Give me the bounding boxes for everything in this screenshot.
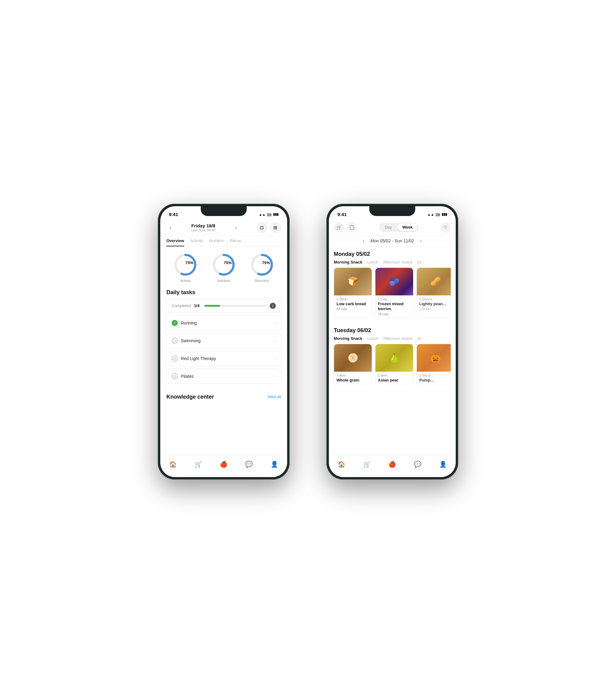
left-phone: 9:41 ▲▲ )))) ▮▮▮ ‹ Friday 18/8 Last Sync… bbox=[158, 204, 290, 480]
food-img-flatbread: 🫓 bbox=[334, 344, 372, 372]
next-day-button[interactable]: › bbox=[232, 223, 240, 232]
task-redlight-check bbox=[172, 355, 178, 361]
tuesday-tab-morning-snack[interactable]: Morning Snack bbox=[334, 336, 362, 341]
monday-tab-dinner[interactable]: Di… bbox=[417, 260, 425, 264]
info-icon[interactable]: i bbox=[270, 303, 276, 309]
prev-week-button[interactable]: ‹ bbox=[363, 238, 365, 243]
nav-chat-right[interactable]: 💬 bbox=[414, 461, 421, 468]
food-card-nuts-body: 1 Ounce Lightly pean… 175 ca… bbox=[417, 295, 451, 313]
right-phone: 9:41 ▲▲ )))) ▮▮▮ 🛒 📋 Day Week bbox=[326, 204, 458, 480]
nav-cart-left[interactable]: 🛒 bbox=[195, 461, 202, 468]
monday-tab-afternoon-snack[interactable]: Afternoon Snack bbox=[383, 260, 413, 264]
share-icon-button[interactable]: ⊡ bbox=[257, 222, 267, 233]
task-running-name: Running bbox=[181, 321, 271, 325]
next-week-button[interactable]: › bbox=[420, 238, 422, 243]
week-toggle-button[interactable]: Week bbox=[397, 223, 418, 231]
nav-apple-left[interactable]: 🍎 bbox=[220, 461, 227, 468]
nav-chat-left[interactable]: 💬 bbox=[245, 461, 253, 468]
header-icons: ⊡ ⊞ bbox=[257, 222, 281, 233]
food-berries-name: Frozen mixed berries bbox=[378, 302, 411, 312]
tuesday-tab-lunch[interactable]: Lunch bbox=[367, 336, 378, 341]
ring-activity: 75% Activity bbox=[173, 252, 198, 283]
food-berries-qty: 1 Cup bbox=[378, 297, 411, 301]
food-nuts-name: Lightly pean… bbox=[419, 302, 451, 307]
task-pilates-card[interactable]: Pilates › bbox=[167, 369, 281, 384]
week-nav: ‹ Mon 05/02 - Sun 11/02 › bbox=[329, 235, 456, 247]
food-img-berries: 🫐 bbox=[375, 268, 413, 295]
tuesday-tab-dinner[interactable]: Di… bbox=[417, 336, 425, 341]
task-running-card[interactable]: Running › bbox=[167, 315, 281, 331]
day-toggle-button[interactable]: Day bbox=[380, 223, 397, 231]
tab-activity[interactable]: Activity bbox=[190, 235, 203, 246]
nav-profile-right[interactable]: 👤 bbox=[439, 461, 447, 468]
tab-recovery[interactable]: Recov… bbox=[230, 235, 245, 246]
food-img-pumpkin: 🎃 bbox=[417, 344, 451, 372]
completed-label: Completed bbox=[172, 303, 191, 308]
chart-icon-button[interactable]: ⊞ bbox=[270, 222, 281, 233]
food-berries-cals: 76 cals bbox=[378, 312, 411, 316]
status-icons-left: ▲▲ )))) ▮▮▮ bbox=[259, 212, 279, 216]
task-redlight-arrow: › bbox=[274, 356, 276, 361]
food-card-pumpkin[interactable]: 🎃 1 Tea S… Pump… bbox=[417, 344, 451, 386]
right-header-left: 🛒 📋 bbox=[334, 222, 357, 233]
list-icon-button[interactable]: 📋 bbox=[347, 222, 357, 233]
tuesday-header: Tuesday 06/02 bbox=[334, 323, 451, 336]
bottom-nav-left: 🏠 🛒 🍎 💬 👤 bbox=[160, 455, 287, 477]
svg-text:75%: 75% bbox=[185, 261, 193, 265]
day-week-toggle: Day Week bbox=[379, 222, 419, 232]
food-wholegrain-qty: 1 Item bbox=[336, 374, 369, 377]
svg-text:75%: 75% bbox=[262, 261, 270, 265]
task-running-row[interactable]: Running › bbox=[167, 315, 281, 330]
nav-profile-left[interactable]: 👤 bbox=[271, 461, 278, 468]
food-card-pear-body: 1 item Asian pear bbox=[375, 372, 413, 385]
food-pear-name: Asian pear bbox=[378, 378, 411, 383]
task-swimming-card[interactable]: Swimming › bbox=[167, 333, 281, 348]
time-right: 9:41 bbox=[337, 212, 347, 217]
task-swimming-row[interactable]: Swimming › bbox=[167, 333, 281, 348]
right-screen: 🛒 📋 Day Week ♡ ‹ Mon 05/02 - Sun 11/02 › bbox=[329, 220, 456, 477]
prev-day-button[interactable]: ‹ bbox=[167, 223, 175, 232]
task-pilates-name: Pilates bbox=[181, 374, 271, 379]
task-pilates-row[interactable]: Pilates › bbox=[167, 369, 281, 383]
right-header: 🛒 📋 Day Week ♡ bbox=[329, 220, 456, 235]
food-img-nuts: 🥜 bbox=[417, 268, 451, 295]
task-redlight-row[interactable]: Red Light Therapy › bbox=[167, 351, 281, 366]
heart-icon-button[interactable]: ♡ bbox=[440, 222, 451, 233]
notch-left bbox=[201, 206, 247, 216]
bottom-nav-right: 🏠 🛒 🍎 💬 👤 bbox=[329, 455, 456, 477]
tuesday-tab-afternoon-snack[interactable]: Afternoon Snack bbox=[383, 336, 413, 341]
view-all-button[interactable]: View all bbox=[267, 394, 281, 399]
tab-nutrition[interactable]: Nutrition bbox=[209, 235, 224, 246]
sync-label: Last Sync 09:40 bbox=[191, 228, 216, 232]
task-redlight-card[interactable]: Red Light Therapy › bbox=[167, 351, 281, 366]
knowledge-header: Knowledge center View all bbox=[167, 387, 281, 405]
task-swimming-check bbox=[172, 338, 178, 344]
nutrition-scroll[interactable]: Monday 05/02 Morning Snack Lunch Afterno… bbox=[329, 247, 456, 457]
signal-icon-r: ▲▲ bbox=[427, 213, 434, 216]
ring-activity-svg: 75% bbox=[173, 252, 198, 277]
tab-overview[interactable]: Overview bbox=[167, 235, 184, 246]
svg-text:75%: 75% bbox=[224, 261, 232, 265]
food-card-berries-body: 1 Cup Frozen mixed berries 76 cals bbox=[375, 295, 413, 318]
wifi-icon: )))) bbox=[267, 213, 271, 216]
food-card-wholegrain-body: 1 Item Whole grain bbox=[334, 372, 372, 385]
food-card-bread[interactable]: 🍞 1 Slice Low carb bread 63 cals bbox=[334, 267, 372, 318]
food-card-pear[interactable]: 🍐 1 item Asian pear bbox=[375, 344, 413, 386]
food-card-bread-body: 1 Slice Low carb bread 63 cals bbox=[334, 295, 372, 313]
nav-home-left[interactable]: 🏠 bbox=[169, 461, 177, 468]
tuesday-meal-tabs: Morning Snack Lunch Afternoon Snack Di… bbox=[334, 336, 451, 341]
food-card-berries[interactable]: 🫐 1 Cup Frozen mixed berries 76 cals bbox=[375, 267, 413, 318]
cart-icon-button[interactable]: 🛒 bbox=[334, 222, 344, 233]
monday-tab-lunch[interactable]: Lunch bbox=[367, 260, 378, 264]
completed-count: 1/4 bbox=[194, 303, 199, 308]
monday-food-cards: 🍞 1 Slice Low carb bread 63 cals 🫐 bbox=[334, 267, 451, 318]
food-card-wholegrain[interactable]: 🫓 1 Item Whole grain bbox=[334, 344, 372, 386]
tab-bar-left: Overview Activity Nutrition Recov… bbox=[160, 235, 287, 246]
food-card-nuts[interactable]: 🥜 1 Ounce Lightly pean… 175 ca… bbox=[417, 267, 451, 318]
ring-recovery-svg: 75% bbox=[250, 252, 274, 277]
nav-apple-right[interactable]: 🍎 bbox=[388, 461, 396, 468]
nav-home-right[interactable]: 🏠 bbox=[338, 461, 345, 468]
food-bread-qty: 1 Slice bbox=[336, 297, 369, 301]
nav-cart-right[interactable]: 🛒 bbox=[363, 461, 371, 468]
monday-tab-morning-snack[interactable]: Morning Snack bbox=[334, 260, 362, 264]
